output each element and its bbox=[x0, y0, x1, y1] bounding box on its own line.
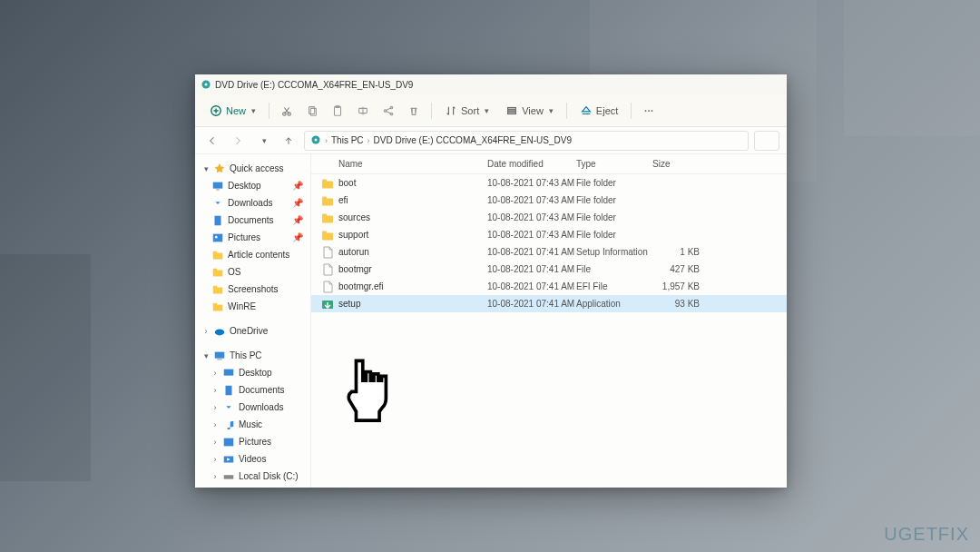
svg-rect-47 bbox=[322, 213, 327, 216]
sort-button[interactable]: Sort ▾ bbox=[437, 99, 496, 123]
sidebar-item-desktop[interactable]: Desktop📌 bbox=[195, 177, 310, 194]
titlebar[interactable]: DVD Drive (E:) CCCOMA_X64FRE_EN-US_DV9 bbox=[195, 74, 787, 94]
svg-rect-31 bbox=[213, 285, 217, 288]
breadcrumb-thispc[interactable]: This PC bbox=[331, 135, 364, 145]
delete-button[interactable] bbox=[402, 99, 426, 123]
share-button[interactable] bbox=[377, 99, 400, 123]
desktop-icon bbox=[222, 367, 235, 380]
svg-rect-28 bbox=[213, 270, 223, 276]
file-type: File folder bbox=[576, 230, 652, 240]
col-date[interactable]: Date modified bbox=[487, 159, 576, 169]
thispc-icon bbox=[213, 350, 226, 362]
chevron-down-icon[interactable]: ▾ bbox=[202, 351, 210, 360]
chevron-down-icon[interactable]: ▾ bbox=[202, 164, 210, 173]
sidebar-item-tp-localdisk[interactable]: ›Local Disk (C:) bbox=[195, 468, 310, 485]
file-size: 93 KB bbox=[652, 299, 716, 309]
recent-dropdown[interactable]: ▾ bbox=[253, 131, 273, 151]
file-name: support bbox=[338, 230, 487, 240]
file-row[interactable]: sources10-08-2021 07:43 AMFile folder bbox=[311, 209, 787, 226]
file-list[interactable]: boot10-08-2021 07:43 AMFile folderefi10-… bbox=[311, 174, 787, 488]
sidebar-item-onedrive[interactable]: › OneDrive bbox=[195, 322, 310, 340]
cut-button[interactable] bbox=[275, 99, 299, 123]
sidebar-item-tp-downloads[interactable]: ›Downloads bbox=[195, 399, 310, 416]
rename-button[interactable] bbox=[351, 99, 375, 123]
column-headers: Name Date modified Type Size bbox=[311, 154, 787, 174]
documents-icon bbox=[211, 214, 224, 227]
sidebar-item-tp-desktop[interactable]: ›Desktop bbox=[195, 364, 310, 381]
breadcrumb[interactable]: › This PC › DVD Drive (E:) CCCOMA_X64FRE… bbox=[304, 131, 749, 151]
file-date: 10-08-2021 07:43 AM bbox=[487, 212, 576, 222]
forward-button[interactable] bbox=[228, 131, 248, 151]
sidebar-item-tp-videos[interactable]: ›Videos bbox=[195, 450, 310, 468]
col-size[interactable]: Size bbox=[652, 159, 716, 169]
svg-rect-48 bbox=[322, 232, 333, 240]
sidebar-item-documents[interactable]: Documents📌 bbox=[195, 212, 310, 229]
svg-rect-35 bbox=[215, 351, 225, 358]
pin-icon: 📌 bbox=[292, 181, 303, 191]
file-row[interactable]: autorun10-08-2021 07:41 AMSetup Informat… bbox=[311, 243, 787, 261]
svg-rect-36 bbox=[217, 359, 221, 360]
file-date: 10-08-2021 07:43 AM bbox=[487, 195, 576, 205]
file-size: 1 KB bbox=[652, 247, 716, 257]
file-row[interactable]: bootmgr10-08-2021 07:41 AMFile427 KB bbox=[311, 261, 787, 278]
music-icon bbox=[222, 419, 235, 431]
chevron-right-icon[interactable]: › bbox=[202, 327, 210, 336]
breadcrumb-drive[interactable]: DVD Drive (E:) CCCOMA_X64FRE_EN-US_DV9 bbox=[374, 135, 572, 145]
up-button[interactable] bbox=[279, 131, 299, 151]
svg-rect-42 bbox=[322, 181, 333, 188]
file-type: Application bbox=[576, 299, 652, 309]
copy-button[interactable] bbox=[300, 99, 324, 123]
sidebar-item-os[interactable]: OS bbox=[195, 263, 310, 281]
explorer-window: DVD Drive (E:) CCCOMA_X64FRE_EN-US_DV9 N… bbox=[195, 74, 787, 488]
svg-rect-41 bbox=[224, 475, 234, 478]
window-title: DVD Drive (E:) CCCOMA_X64FRE_EN-US_DV9 bbox=[215, 80, 413, 90]
file-row[interactable]: bootmgr.efi10-08-2021 07:41 AMEFI File1,… bbox=[311, 278, 787, 295]
svg-rect-43 bbox=[322, 179, 327, 182]
downloads-icon bbox=[222, 401, 235, 414]
file-type: File folder bbox=[576, 212, 652, 222]
address-bar: ▾ › This PC › DVD Drive (E:) CCCOMA_X64F… bbox=[195, 127, 787, 154]
sidebar-item-downloads[interactable]: Downloads📌 bbox=[195, 194, 310, 212]
folder-icon bbox=[320, 211, 335, 225]
drive-icon bbox=[222, 470, 235, 483]
sidebar-item-winre[interactable]: WinRE bbox=[195, 298, 310, 315]
chevron-right-icon: › bbox=[325, 136, 328, 145]
file-row[interactable]: efi10-08-2021 07:43 AMFile folder bbox=[311, 192, 787, 209]
svg-rect-5 bbox=[309, 106, 315, 113]
back-button[interactable] bbox=[202, 131, 222, 151]
pin-icon: 📌 bbox=[292, 232, 303, 242]
sidebar-item-tp-music[interactable]: ›Music bbox=[195, 416, 310, 433]
file-date: 10-08-2021 07:41 AM bbox=[487, 247, 576, 257]
svg-rect-27 bbox=[213, 251, 217, 253]
paste-button[interactable] bbox=[326, 99, 349, 123]
col-type[interactable]: Type bbox=[576, 159, 652, 169]
sidebar-item-article[interactable]: Article contents bbox=[195, 246, 310, 263]
sidebar-item-tp-pictures[interactable]: ›Pictures bbox=[195, 433, 310, 450]
svg-rect-13 bbox=[508, 107, 516, 109]
sidebar-item-screenshots[interactable]: Screenshots bbox=[195, 281, 310, 298]
folder-icon bbox=[211, 249, 224, 261]
more-button[interactable] bbox=[637, 99, 661, 123]
col-name[interactable]: Name bbox=[338, 159, 487, 169]
sidebar-item-tp-documents[interactable]: ›Documents bbox=[195, 381, 310, 399]
file-icon bbox=[320, 280, 335, 294]
svg-point-20 bbox=[315, 138, 318, 141]
file-row[interactable]: setup10-08-2021 07:41 AMApplication93 KB bbox=[311, 295, 787, 312]
eject-button[interactable]: Eject bbox=[573, 99, 625, 123]
file-type: File bbox=[576, 264, 652, 274]
file-row[interactable]: support10-08-2021 07:43 AMFile folder bbox=[311, 226, 787, 243]
new-button[interactable]: New ▾ bbox=[202, 99, 263, 123]
file-size: 1,957 KB bbox=[652, 281, 716, 291]
sidebar-item-quickaccess[interactable]: ▾ Quick access bbox=[195, 160, 310, 177]
svg-rect-21 bbox=[213, 182, 223, 188]
chevron-down-icon: ▾ bbox=[485, 106, 489, 115]
view-button[interactable]: View ▾ bbox=[498, 99, 561, 123]
chevron-down-icon: ▾ bbox=[251, 106, 256, 115]
sidebar-item-thispc[interactable]: ▾ This PC bbox=[195, 347, 310, 364]
pin-icon: 📌 bbox=[292, 215, 303, 225]
sidebar-item-pictures[interactable]: Pictures📌 bbox=[195, 229, 310, 246]
svg-rect-38 bbox=[226, 385, 232, 395]
search-input[interactable] bbox=[754, 131, 779, 151]
file-row[interactable]: boot10-08-2021 07:43 AMFile folder bbox=[311, 174, 787, 192]
file-type: File folder bbox=[576, 178, 652, 188]
